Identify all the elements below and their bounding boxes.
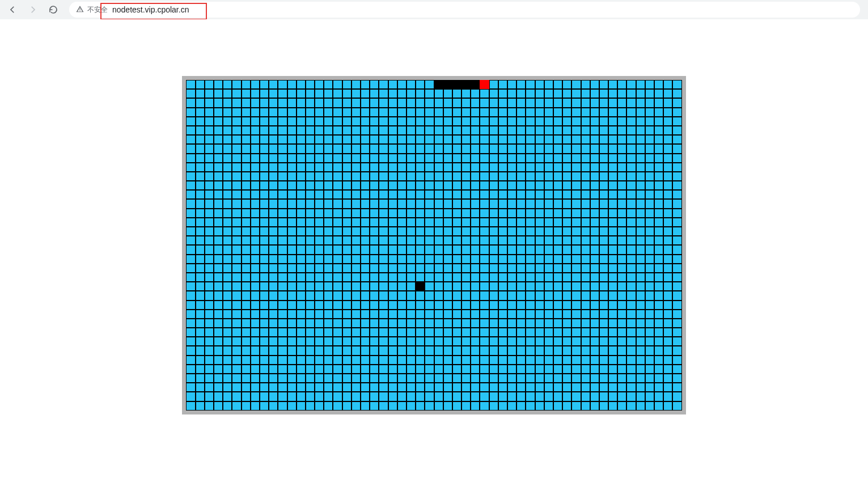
grid-cell [416, 117, 425, 126]
grid-cell [223, 255, 232, 264]
grid-cell [416, 227, 425, 236]
grid-cell [507, 172, 516, 181]
snake-game-board[interactable] [182, 76, 685, 414]
grid-cell [443, 117, 452, 126]
grid-cell [645, 199, 654, 208]
grid-cell [562, 365, 571, 374]
grid-cell [251, 264, 260, 273]
grid-cell [407, 163, 416, 172]
security-indicator[interactable]: 不安全 [76, 5, 108, 15]
grid-cell [461, 392, 471, 401]
grid-cell [498, 301, 507, 310]
grid-cell [443, 291, 452, 300]
grid-cell [663, 117, 672, 126]
grid-cell [232, 89, 241, 98]
grid-cell [489, 337, 498, 346]
grid-cell [379, 98, 388, 107]
grid-cell [608, 365, 617, 374]
grid-cell [590, 172, 599, 181]
grid-cell [544, 89, 553, 98]
grid-cell [516, 383, 526, 392]
grid-cell [461, 264, 471, 273]
grid-cell [590, 245, 599, 254]
url-bar[interactable]: 不安全 nodetest.vip.cpolar.cn [69, 2, 860, 18]
grid-cell [242, 117, 251, 126]
grid-cell [471, 291, 480, 300]
grid-cell [269, 108, 278, 117]
grid-cell [544, 291, 553, 300]
grid-cell [352, 346, 361, 355]
grid-cell [599, 319, 608, 328]
grid-cell [645, 328, 654, 337]
grid-cell [672, 374, 681, 383]
grid-cell [388, 199, 397, 208]
grid-cell [471, 310, 480, 319]
grid-cell [269, 181, 278, 190]
grid-cell [636, 310, 645, 319]
grid-cell [242, 346, 251, 355]
grid-cell [407, 328, 416, 337]
grid-cell [645, 80, 654, 89]
grid-cell [352, 117, 361, 126]
grid-cell [278, 356, 287, 365]
grid-cell [590, 264, 599, 273]
grid-cell [434, 328, 443, 337]
grid-cell [388, 374, 397, 383]
grid-cell [407, 392, 416, 401]
grid-cell [242, 383, 251, 392]
grid-cell [535, 392, 544, 401]
grid-cell [581, 310, 590, 319]
grid-cell [443, 135, 452, 144]
grid-cell [260, 264, 269, 273]
grid-cell [599, 255, 608, 264]
grid-cell [306, 218, 315, 227]
grid-cell [544, 282, 553, 291]
grid-cell [461, 181, 471, 190]
grid-cell [581, 181, 590, 190]
grid-cell [672, 108, 681, 117]
grid-cell [626, 135, 636, 144]
grid-cell [608, 264, 617, 273]
grid-cell [352, 356, 361, 365]
grid-cell [416, 89, 425, 98]
grid-cell [361, 108, 370, 117]
grid-cell [370, 199, 379, 208]
grid-cell [608, 319, 617, 328]
grid-cell [489, 401, 498, 411]
grid-cell [581, 365, 590, 374]
grid-cell [196, 401, 205, 411]
grid-cell [278, 392, 287, 401]
grid-cell [397, 181, 407, 190]
grid-cell [535, 282, 544, 291]
grid-cell [535, 181, 544, 190]
grid-cell [297, 190, 306, 199]
grid-cell [333, 236, 342, 245]
grid-cell [645, 264, 654, 273]
grid-cell [498, 310, 507, 319]
grid-cell [278, 154, 287, 163]
grid-cell [617, 245, 626, 254]
grid-cell [397, 199, 407, 208]
grid-cell [425, 356, 434, 365]
grid-cell [480, 365, 489, 374]
grid-cell [535, 154, 544, 163]
grid-cell [407, 117, 416, 126]
grid-cell [571, 374, 581, 383]
reload-button[interactable] [45, 2, 61, 18]
grid-cell [205, 80, 214, 89]
grid-cell [636, 356, 645, 365]
grid-cell [352, 273, 361, 282]
back-button[interactable] [5, 2, 20, 18]
grid-cell [324, 291, 333, 300]
grid-cell [397, 264, 407, 273]
grid-cell [498, 383, 507, 392]
grid-cell [526, 374, 535, 383]
grid-cell [278, 126, 287, 135]
grid-cell [544, 126, 553, 135]
grid-cell [553, 346, 562, 355]
grid-cell [571, 245, 581, 254]
grid-cell [306, 374, 315, 383]
forward-button[interactable] [25, 2, 41, 18]
grid-cell [461, 227, 471, 236]
grid-cell [205, 273, 214, 282]
